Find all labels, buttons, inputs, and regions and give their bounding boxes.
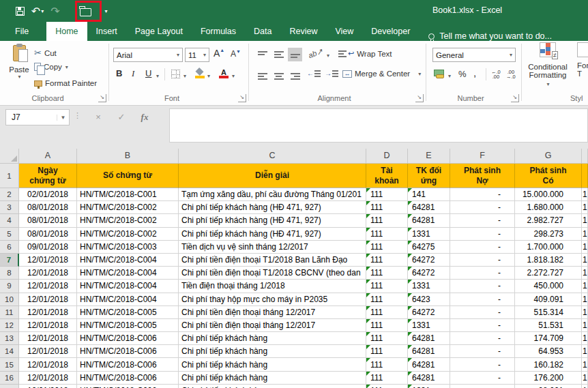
cell-B5[interactable]: HN/TM/C/2018-C002 <box>77 228 179 241</box>
cell-B16[interactable]: HN/TM/C/2018-C006 <box>77 372 179 385</box>
paste-button[interactable]: Paste ▾ <box>5 45 33 80</box>
row-header-13[interactable]: 13 <box>0 332 19 345</box>
cell-D14[interactable]: 111 <box>366 345 408 358</box>
cell-B13[interactable]: HN/TM/C/2018-C006 <box>77 332 179 345</box>
cell-G17[interactable]: 28.001 <box>515 385 582 388</box>
merge-center-button[interactable]: ↔ Merge & Center ▾ <box>342 70 421 78</box>
cell-A2[interactable]: 02/01/2018 <box>19 188 77 201</box>
insert-function-icon[interactable]: fx <box>136 110 153 125</box>
increase-indent-icon[interactable]: → <box>325 70 338 77</box>
align-right-icon[interactable] <box>288 70 302 83</box>
cell-C2[interactable]: Tạm ứng xăng dầu, phí cầu đường Tháng 01… <box>179 188 366 201</box>
cell-D3[interactable]: 111 <box>366 201 408 214</box>
cell-H2[interactable]: 1 <box>582 188 588 201</box>
bold-button[interactable]: B <box>116 68 122 78</box>
cell-H5[interactable]: 1 <box>582 228 588 241</box>
cell-F10[interactable]: - <box>450 293 515 306</box>
cell-E3[interactable]: 64281 <box>408 201 450 214</box>
cell-F9[interactable]: - <box>450 280 515 293</box>
cell-D10[interactable]: 111 <box>366 293 408 306</box>
cell-B17[interactable]: HN/TM/C/2018-C006 <box>77 385 179 388</box>
cell-E11[interactable]: 64272 <box>408 306 450 319</box>
cell-F12[interactable]: - <box>450 319 515 332</box>
cell-E13[interactable]: 64281 <box>408 332 450 345</box>
cell-F7[interactable]: - <box>450 254 515 267</box>
column-header-A[interactable]: A <box>19 149 77 164</box>
cell-B3[interactable]: HN/TM/C/2018-C002 <box>77 201 179 214</box>
row-header-15[interactable]: 15 <box>0 358 19 371</box>
cell-C11[interactable]: Chi phí tiền điện thoại tháng 12/2017 <box>179 306 366 319</box>
cell-D5[interactable]: 111 <box>366 228 408 241</box>
top-align-icon[interactable] <box>255 48 269 61</box>
wrap-text-button[interactable]: ↩ Wrap Text <box>338 49 392 58</box>
cell-H8[interactable]: 1 <box>582 267 588 280</box>
row-header-10[interactable]: 10 <box>0 293 19 306</box>
cell-G11[interactable]: 515.314 <box>515 306 582 319</box>
cell-A10[interactable]: 12/01/2018 <box>19 293 77 306</box>
cell-G1[interactable]: Phát sinh Có <box>515 164 582 188</box>
fill-color-icon[interactable] <box>195 69 205 78</box>
cell-A7[interactable]: 12/01/2018 <box>19 254 77 267</box>
percent-style-icon[interactable]: % <box>458 69 467 79</box>
cell-A14[interactable]: 12/01/2018 <box>19 345 77 358</box>
alignment-dialog-launcher-icon[interactable]: ↘ <box>415 94 424 102</box>
cell-A4[interactable]: 08/01/2018 <box>19 214 77 227</box>
cell-B9[interactable]: HN/TM/C/2018-C004 <box>77 280 179 293</box>
cell-H13[interactable]: 1 <box>582 332 588 345</box>
cell-G12[interactable]: 51.531 <box>515 319 582 332</box>
cell-G2[interactable]: 15.000.000 <box>515 188 582 201</box>
cell-B7[interactable]: HN/TM/C/2018-C004 <box>77 254 179 267</box>
underline-caret-icon[interactable]: ▾ <box>156 73 159 79</box>
cell-H9[interactable]: 1 <box>582 280 588 293</box>
decrease-decimal-icon[interactable]: .00 →.0 <box>506 70 516 79</box>
accounting-caret-icon[interactable]: ▾ <box>448 73 451 79</box>
clipboard-dialog-launcher-icon[interactable]: ↘ <box>98 94 106 102</box>
cell-H1[interactable] <box>582 164 588 188</box>
cell-C8[interactable]: Chi phí tiền điện thoại T1/2018 CBCNV (t… <box>179 267 366 280</box>
column-header-D[interactable]: D <box>366 149 408 164</box>
cell-D2[interactable]: 111 <box>366 188 408 201</box>
cell-D12[interactable]: 111 <box>366 319 408 332</box>
cell-B12[interactable]: HN/TM/C/2018-C005 <box>77 319 179 332</box>
cell-G5[interactable]: 298.273 <box>515 228 582 241</box>
cell-C17[interactable]: Chi phí tiếp khách hàng <box>179 385 366 388</box>
column-header-B[interactable]: B <box>77 149 179 164</box>
font-size-combo[interactable]: 11▾ <box>185 48 209 62</box>
cell-G6[interactable]: 1.700.000 <box>515 241 582 254</box>
formula-input[interactable] <box>169 108 588 143</box>
cell-C12[interactable]: Chi phí tiền điện thoại tháng 12/2017 <box>179 319 366 332</box>
cell-F17[interactable]: - <box>450 385 515 388</box>
row-header-12[interactable]: 12 <box>0 319 19 332</box>
column-header-E[interactable]: E <box>408 149 450 164</box>
tell-me-box[interactable]: Tell me what you want to do... <box>428 31 552 41</box>
name-box[interactable]: J7 ▼ <box>5 109 70 125</box>
cell-H16[interactable]: 1 <box>582 372 588 385</box>
column-header-C[interactable]: C <box>179 149 366 164</box>
cell-B2[interactable]: HN/TM/C/2018-C001 <box>77 188 179 201</box>
cell-D13[interactable]: 111 <box>366 332 408 345</box>
cell-G14[interactable]: 64.953 <box>515 345 582 358</box>
tab-developer[interactable]: Developer <box>362 22 419 41</box>
cell-G3[interactable]: 1.680.000 <box>515 201 582 214</box>
cell-A11[interactable]: 12/01/2018 <box>19 306 77 319</box>
cell-F15[interactable]: - <box>450 358 515 371</box>
bottom-align-icon[interactable] <box>288 48 302 61</box>
cell-E1[interactable]: TK đối ứng <box>408 164 450 188</box>
cell-A13[interactable]: 12/01/2018 <box>19 332 77 345</box>
cell-H11[interactable]: 1 <box>582 306 588 319</box>
tab-review[interactable]: Review <box>280 22 326 41</box>
cell-D4[interactable]: 111 <box>366 214 408 227</box>
cell-H7[interactable]: 1 <box>582 254 588 267</box>
cell-H14[interactable]: 1 <box>582 345 588 358</box>
copy-button[interactable]: Copy ▾ <box>34 63 68 71</box>
align-left-icon[interactable] <box>255 70 269 83</box>
italic-button[interactable]: I <box>132 68 134 79</box>
cell-F2[interactable]: - <box>450 188 515 201</box>
cell-A3[interactable]: 08/01/2018 <box>19 201 77 214</box>
font-color-icon[interactable]: A <box>219 68 229 78</box>
cell-C1[interactable]: Diễn giải <box>179 164 366 188</box>
undo-icon[interactable]: ↶▾ <box>29 2 46 20</box>
cell-H15[interactable]: 1 <box>582 358 588 371</box>
decrease-font-size-icon[interactable]: A▼ <box>231 49 241 59</box>
row-header-9[interactable]: 9 <box>0 280 19 293</box>
